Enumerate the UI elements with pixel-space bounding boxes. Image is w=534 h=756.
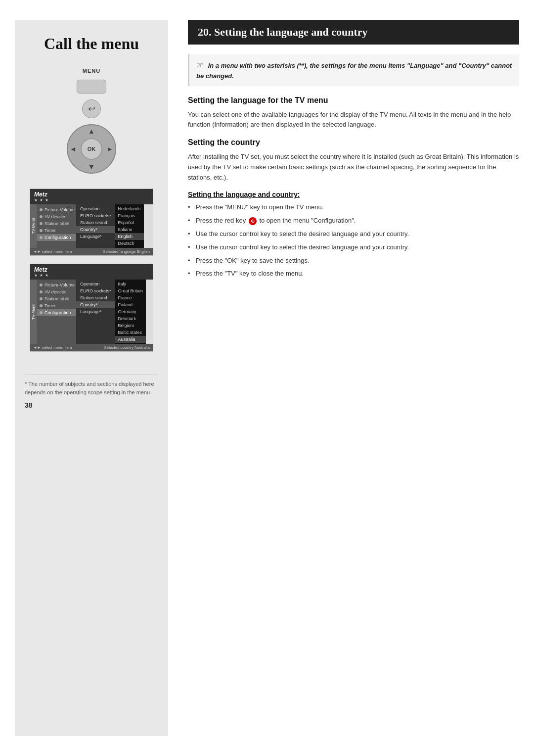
tv-sub-op-2: Operation (76, 281, 115, 287)
lang-en: English (115, 233, 144, 240)
note-icon: ☞ (196, 61, 203, 69)
tv-footer-left-2: ◄► select menu item (33, 345, 72, 350)
section1-body: You can select one of the available lang… (188, 110, 519, 131)
instruction-4: Use the cursor control key to select the… (188, 242, 519, 253)
tv-item-timer-1: Timer (37, 227, 76, 234)
tv-menu-footer-1: ◄► select menu item Selected language En… (30, 248, 153, 255)
tv-menu-right-1: Operation EURO sockets* Station search C… (76, 204, 115, 248)
tv-sub-search-1: Station search (76, 219, 115, 226)
lang-fr: Français (115, 212, 144, 219)
tv-menu-body-1: TV-Menü Picture-Volume AV devices Statio… (30, 204, 153, 248)
tv-lang-list-1: Nederlands Français Español Italiano Eng… (115, 204, 144, 248)
menu-button-label: MENU (83, 68, 100, 74)
tv-menu-left-2: Picture-Volume AV devices Station table … (37, 280, 76, 344)
tv-menu-footer-2: ◄► select menu item Selected country Aus… (30, 344, 153, 351)
country-belgium: Belgium (115, 322, 146, 329)
tv-menu-screenshot-1: Metz ★ ★ ★ TV-Menü Picture-Volume AV dev… (30, 189, 153, 256)
tv-item-config-2: Configuration (37, 309, 76, 316)
dpad: ▲ ▼ ◄ ► OK (67, 124, 116, 174)
tv-sub-search-2: Station search (76, 294, 115, 301)
remote-illustration: MENU ↩ ▲ ▼ ◄ ► OK (67, 68, 116, 174)
country-france: France (115, 294, 146, 301)
section1-heading: Setting the language for the TV menu (188, 96, 519, 105)
tv-item-picvol-1: Picture-Volume (37, 206, 76, 213)
tv-sub-country-2: Country* (76, 301, 115, 308)
country-italy: Italy (115, 281, 146, 287)
tv-item-timer-2: Timer (37, 302, 76, 309)
tv-menu-header-1: Metz ★ ★ ★ (30, 189, 153, 204)
metz-logo-1: Metz (34, 191, 49, 198)
subsection-heading: Setting the language and country: (188, 190, 519, 198)
right-header: 20. Setting the language and country (188, 20, 519, 45)
instruction-2: Press the red key ⊕ to open the menu "Co… (188, 216, 519, 226)
lang-de: Deutsch (115, 240, 144, 247)
tv-sub-country-1: Country* (76, 226, 115, 233)
tv-item-station-2: Station table (37, 295, 76, 302)
dpad-ok-button[interactable]: OK (81, 138, 102, 160)
note-text: In a menu with two asterisks (**), the s… (196, 62, 512, 80)
tv-menu-header-2: Metz ★ ★ ★ (30, 264, 153, 280)
note-box: ☞ In a menu with two asterisks (**), the… (188, 54, 519, 86)
tv-item-station-1: Station table (37, 220, 76, 227)
lang-nl: Nederlands (115, 205, 144, 212)
tv-country-list: Italy Great Britain France Finland Germa… (115, 280, 146, 344)
page-footer: * The number of subjects and sections di… (25, 375, 158, 409)
country-australia: Australia (115, 336, 146, 343)
section2-heading: Setting the country (188, 138, 519, 147)
tv-sub-op-1: Operation (76, 205, 115, 212)
lang-es: Español (115, 219, 144, 226)
tv-item-av-1: AV devices (37, 213, 76, 220)
right-column: 20. Setting the language and country ☞ I… (168, 20, 519, 736)
back-button[interactable]: ↩ (82, 99, 101, 118)
stars-1: ★ ★ ★ (34, 198, 49, 202)
tv-footer-right-1: Selected language English (103, 249, 150, 254)
section2-body: After installing the TV set, you must se… (188, 152, 519, 183)
red-key-icon: ⊕ (249, 217, 257, 225)
instruction-3: Use the cursor control key to select the… (188, 229, 519, 239)
instruction-6: Press the "TV" key to close the menu. (188, 269, 519, 279)
dpad-up-arrow: ▲ (88, 127, 95, 135)
tv-menu-screenshot-2: Metz ★ ★ ★ TV-Menü Picture-Volume AV dev… (30, 264, 153, 352)
stars-2: ★ ★ ★ (34, 273, 49, 278)
tv-item-config-1: Configuration (37, 234, 76, 241)
dpad-left-arrow: ◄ (70, 145, 77, 153)
lang-it: Italiano (115, 226, 144, 233)
page-number: 38 (25, 401, 158, 409)
instruction-5: Press the "OK" key to save the settings. (188, 256, 519, 266)
instructions-list: Press the "MENU" key to open the TV menu… (188, 202, 519, 279)
tv-footer-left-1: ◄► select menu item (33, 249, 72, 254)
tv-menu-right-2: Operation EURO sockets* Station search C… (76, 280, 115, 344)
menu-button[interactable] (77, 80, 106, 94)
left-column: Call the menu MENU ↩ ▲ ▼ ◄ ► OK Metz ★ ★… (15, 20, 168, 736)
country-baltic: Baltic states (115, 329, 146, 336)
tv-item-av-2: AV devices (37, 288, 76, 295)
tv-menu-left-1: Picture-Volume AV devices Station table … (37, 204, 76, 248)
country-denmark: Denmark (115, 315, 146, 322)
tv-sub-lang-1: Language* (76, 233, 115, 240)
tv-sub-euro-1: EURO sockets* (76, 212, 115, 219)
tv-sub-lang-2: Language* (76, 308, 115, 315)
tv-menu-content-2: Picture-Volume AV devices Station table … (37, 280, 146, 344)
country-germany: Germany (115, 308, 146, 315)
dpad-down-arrow: ▼ (88, 163, 95, 171)
tv-sub-euro-2: EURO sockets* (76, 287, 115, 294)
footnote: * The number of subjects and sections di… (25, 380, 158, 396)
country-gb: Great Britain (115, 287, 146, 294)
country-finland: Finland (115, 301, 146, 308)
dpad-right-arrow: ► (106, 145, 113, 153)
instruction-1: Press the "MENU" key to open the TV menu… (188, 202, 519, 213)
tv-menu-body-2: TV-Menü Picture-Volume AV devices Statio… (30, 280, 153, 344)
tv-label-2: TV-Menü (30, 280, 37, 344)
tv-item-picvol-2: Picture-Volume (37, 282, 76, 288)
metz-logo-2: Metz (34, 266, 49, 273)
left-title: Call the menu (44, 35, 139, 53)
tv-label-1: TV-Menü (30, 204, 37, 248)
tv-footer-right-2: Selected country Australia (104, 345, 150, 350)
tv-menu-content-1: Picture-Volume AV devices Station table … (37, 204, 144, 248)
